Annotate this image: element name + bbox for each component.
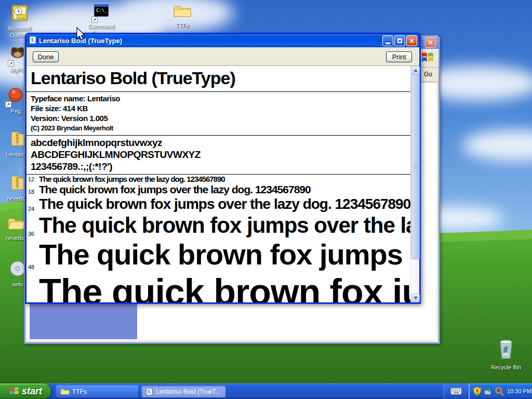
shortcut-arrow-icon: ↗ xyxy=(8,60,14,66)
sample-row-48pt: 48 The quick brown fox jumps over the la… xyxy=(26,238,410,271)
svg-text:T: T xyxy=(150,391,152,394)
folder-icon xyxy=(173,3,192,21)
ball-shortcut-icon: ↗ xyxy=(6,86,25,107)
scroll-down-arrow-icon[interactable] xyxy=(411,294,420,302)
scroll-up-arrow-icon[interactable] xyxy=(411,66,420,75)
svg-text:T: T xyxy=(33,39,35,44)
clock: 10:30 PM xyxy=(507,388,531,394)
sample-text: The quick brown fox jumps over the lazy … xyxy=(39,238,410,271)
sample-row-12pt: 12 The quick brown fox jumps over the la… xyxy=(26,175,410,183)
task-label: Lentariso Bold (TrueT... xyxy=(156,388,220,395)
font-viewer-toolbar: Done Print xyxy=(26,47,419,66)
taskbar-task-font-viewer[interactable]: TT Lentariso Bold (TrueT... xyxy=(141,385,225,397)
font-version: Version: Version 1.005 xyxy=(31,113,406,123)
font-info-block: Typeface name: Lentariso File size: 414 … xyxy=(26,92,410,136)
desktop-icon-label: TTFs xyxy=(163,22,202,29)
minimize-button[interactable] xyxy=(382,35,393,46)
desktop-icon-recycle-bin[interactable]: Recycle Bin xyxy=(486,339,526,371)
task-label: TTFs xyxy=(72,388,87,395)
windows-flag-icon xyxy=(9,386,19,396)
sample-row-60pt: 60 The quick brown fox jumps over the la… xyxy=(26,271,410,302)
scrollbar-thumb[interactable] xyxy=(411,74,420,259)
desktop-icon-ttfs[interactable]: TTFs xyxy=(163,3,202,29)
folder-icon xyxy=(7,216,26,233)
sample-text: The quick brown fox jumps over the lazy … xyxy=(39,271,410,302)
safely-remove-hardware-icon[interactable] xyxy=(484,387,493,396)
vertical-scrollbar[interactable] xyxy=(410,66,419,302)
system-tray: 10:30 PM xyxy=(469,383,532,399)
shortcut-arrow-icon: ↗ xyxy=(5,101,11,108)
magnifier-tray-icon[interactable] xyxy=(495,387,504,396)
close-icon[interactable]: ✕ xyxy=(425,37,436,48)
typeface-name: Typeface name: Lentariso xyxy=(31,94,406,103)
keyboard-icon xyxy=(450,388,462,395)
sample-row-18pt: 18 The quick brown fox jumps over the la… xyxy=(26,183,410,196)
mouse-cursor xyxy=(75,27,87,42)
start-button-label: start xyxy=(22,386,42,397)
point-size-label: 18 xyxy=(26,189,39,196)
sample-text: The quick brown fox jumps over the lazy … xyxy=(39,183,311,196)
taskbar-task-ttfs[interactable]: TTFs xyxy=(56,385,138,397)
go-button[interactable]: Go xyxy=(424,71,432,78)
font-copyright: (C) 2023 Bryndan Meyerholt xyxy=(31,123,406,133)
font-preview-pane: Lentariso Bold (TrueType) Typeface name:… xyxy=(26,66,410,302)
desktop-icon-label: Recycle Bin xyxy=(486,364,526,371)
security-alert-shield-icon[interactable] xyxy=(473,387,482,396)
point-size-label: 36 xyxy=(26,231,39,238)
desktop-icon-command-prompt[interactable]: C:\_ ↗ Command Prompt xyxy=(82,3,121,37)
selected-item-highlight[interactable] xyxy=(30,304,137,339)
start-button[interactable]: start xyxy=(0,383,51,399)
point-size-label: 12 xyxy=(26,176,39,183)
print-button[interactable]: Print xyxy=(386,51,412,62)
outlook-icon xyxy=(11,4,29,24)
svg-text:C:\_: C:\_ xyxy=(96,8,108,13)
point-size-label: 48 xyxy=(26,264,39,271)
charset-block: abcdefghijklmnopqrstuvwxyz ABCDEFGHIJKLM… xyxy=(26,136,410,175)
charset-lowercase: abcdefghijklmnopqrstuvwxyz xyxy=(31,137,406,149)
sample-row-24pt: 24 The quick brown fox jumps over the la… xyxy=(26,196,410,212)
windows-logo-icon xyxy=(421,51,434,66)
recycle-bin-icon xyxy=(497,339,515,363)
command-prompt-icon: C:\_ ↗ xyxy=(92,3,110,22)
desktop: Microsoft Outlook C:\_ ↗ Command Prompt … xyxy=(0,0,532,399)
shortcut-arrow-icon: ↗ xyxy=(91,17,98,23)
sample-text: The quick brown fox jumps over the lazy … xyxy=(39,196,410,212)
sample-text: The quick brown fox jumps over the lazy … xyxy=(39,213,410,238)
point-size-label: 24 xyxy=(26,206,39,213)
done-button[interactable]: Done xyxy=(33,51,59,62)
maximize-button[interactable] xyxy=(394,35,405,46)
truetype-font-icon: TT xyxy=(145,388,153,396)
taskbar: start TTFs TT Lentariso Bold (TrueT... 1… xyxy=(0,383,532,399)
font-name-heading: Lentariso Bold (TrueType) xyxy=(26,66,410,92)
font-viewer-window: TT Lentariso Bold (TrueType) ✕ Done Prin… xyxy=(25,33,421,304)
sample-text: The quick brown fox jumps over the lazy … xyxy=(39,175,225,183)
charset-digits: 123456789.:,;(:*!?') xyxy=(31,161,406,172)
folder-icon xyxy=(60,388,70,395)
close-button[interactable]: ✕ xyxy=(406,35,417,46)
charset-uppercase: ABCDEFGHIJKLMNOPQRSTUVWXYZ xyxy=(31,149,406,161)
sample-row-36pt: 36 The quick brown fox jumps over the la… xyxy=(26,213,410,238)
truetype-font-icon: TT xyxy=(29,36,37,46)
file-size: File size: 414 KB xyxy=(31,103,406,113)
language-bar[interactable] xyxy=(444,383,468,399)
